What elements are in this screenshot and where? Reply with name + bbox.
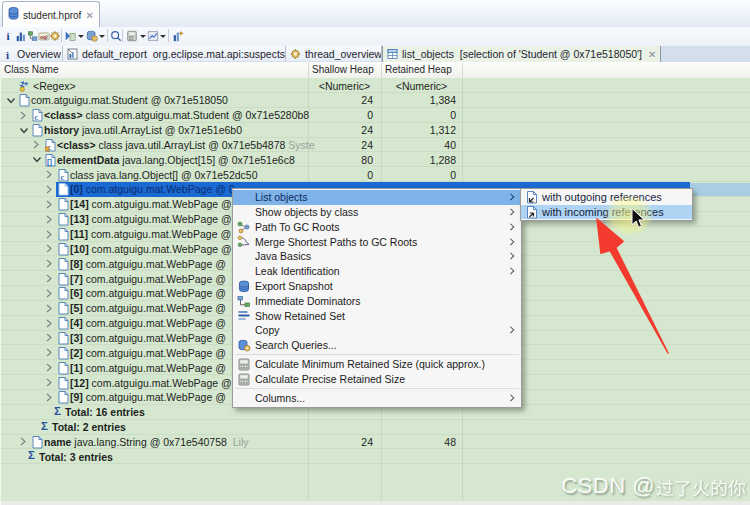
column-divider[interactable] xyxy=(462,63,463,77)
tree-row-label[interactable]: [6] com.atguigu.mat.WebPage @ xyxy=(70,287,226,299)
menu-item-java-basics[interactable]: Java Basics xyxy=(233,249,521,264)
chevron-collapsed-icon[interactable] xyxy=(19,437,27,446)
column-header-shallow-heap[interactable]: Shallow Heap xyxy=(312,64,374,75)
chevron-collapsed-icon[interactable] xyxy=(45,348,53,357)
result-tab-list_objects[interactable]: list_objects [selection of 'Student @ 0x… xyxy=(382,46,661,62)
tree-row-label[interactable]: <class> class java.util.ArrayList @ 0x71… xyxy=(57,139,315,151)
chevron-collapsed-icon[interactable] xyxy=(32,140,40,149)
result-tab-overview[interactable]: iOverview xyxy=(0,46,63,61)
chevron-expanded-icon[interactable] xyxy=(6,96,16,105)
menu-item-export-snapshot[interactable]: Export Snapshot xyxy=(233,279,521,294)
chevron-collapsed-icon[interactable] xyxy=(45,333,53,342)
result-tab-default_report[interactable]: default_report org.eclipse.mat.api:suspe… xyxy=(63,46,286,61)
tree-row[interactable]: []elementData java.lang.Object[15] @ 0x7… xyxy=(0,152,750,167)
acquire-heap-dump-icon[interactable] xyxy=(86,30,98,42)
dropdown-arrow-icon[interactable] xyxy=(140,35,146,38)
tree-row[interactable]: com.atguigu.mat.Student @ 0x71e518050241… xyxy=(0,93,750,108)
menu-item-merge-shortest-paths-to-gc-roots[interactable]: Merge Shortest Paths to GC Roots xyxy=(233,234,521,249)
menu-item-immediate-dominators[interactable]: Immediate Dominators xyxy=(233,294,521,309)
tree-row-label[interactable]: [12] com.atguigu.mat.WebPage @ xyxy=(70,377,232,389)
chevron-collapsed-icon[interactable] xyxy=(45,319,53,328)
tree-row[interactable]: name java.lang.String @ 0x71e540758 Lily… xyxy=(0,434,750,449)
chevron-collapsed-icon[interactable] xyxy=(45,378,53,387)
column-header-class-name[interactable]: Class Name xyxy=(4,64,58,75)
tree-row-label[interactable]: [9] com.atguigu.mat.WebPage @ xyxy=(70,391,226,403)
editor-tab-student-hprof[interactable]: student.hprof ✕ xyxy=(2,1,100,28)
dropdown-arrow-icon[interactable] xyxy=(160,35,166,38)
tree-row-label[interactable]: [10] com.atguigu.mat.WebPage @ xyxy=(70,243,232,255)
create-report-icon[interactable] xyxy=(147,30,159,42)
tree-row[interactable]: history java.util.ArrayList @ 0x71e51e6b… xyxy=(0,123,750,138)
chevron-collapsed-icon[interactable] xyxy=(19,111,27,120)
chevron-collapsed-icon[interactable] xyxy=(45,304,53,313)
chevron-collapsed-icon[interactable] xyxy=(45,393,53,402)
histogram-icon[interactable] xyxy=(15,30,27,42)
tree-row[interactable]: c<class> class com.atguigu.mat.Student @… xyxy=(0,108,750,123)
calculate-retained-size-icon[interactable] xyxy=(126,30,138,42)
menu-item-calculate-precise-retained-size[interactable]: Calculate Precise Retained Size xyxy=(233,372,521,387)
table-header[interactable]: Class Name Shallow Heap Retained Heap xyxy=(0,62,750,79)
tree-row-label[interactable]: com.atguigu.mat.Student @ 0x71e518050 xyxy=(31,94,228,106)
total-row[interactable]: ΣTotal: 2 entries xyxy=(0,420,750,435)
search-icon[interactable] xyxy=(110,30,122,42)
chevron-collapsed-icon[interactable] xyxy=(45,200,53,209)
field-name-bold: [13] xyxy=(70,213,89,225)
compare-snapshots-icon[interactable] xyxy=(172,30,184,42)
menu-item-columns[interactable]: Columns... xyxy=(233,391,521,406)
tree-row-label[interactable]: [13] com.atguigu.mat.WebPage @ xyxy=(70,213,232,225)
filter-row[interactable]: *<Regex><Numeric><Numeric> xyxy=(0,78,750,93)
chevron-expanded-icon[interactable] xyxy=(19,126,29,135)
chevron-collapsed-icon[interactable] xyxy=(45,215,53,224)
chevron-collapsed-icon[interactable] xyxy=(45,289,53,298)
chevron-collapsed-icon[interactable] xyxy=(45,363,53,372)
column-divider[interactable] xyxy=(381,63,382,77)
tree-row-label[interactable]: [4] com.atguigu.mat.WebPage @ xyxy=(70,317,226,329)
total-row[interactable]: ΣTotal: 3 entries xyxy=(0,449,750,464)
tree-row-label[interactable]: [14] com.atguigu.mat.WebPage @ xyxy=(70,198,232,210)
tree-row-label[interactable]: [8] com.atguigu.mat.WebPage @ xyxy=(70,258,226,270)
menu-item-leak-identification[interactable]: Leak Identification xyxy=(233,264,521,279)
menu-item-list-objects[interactable]: List objects xyxy=(233,190,521,205)
menu-item-calculate-minimum-retained-size-quick-approx[interactable]: Calculate Minimum Retained Size (quick a… xyxy=(233,357,521,372)
chevron-collapsed-icon[interactable] xyxy=(45,274,53,283)
dropdown-arrow-icon[interactable] xyxy=(78,35,84,38)
submenu-item-with-outgoing-references[interactable]: with outgoing references xyxy=(521,190,692,205)
chevron-expanded-icon[interactable] xyxy=(32,155,42,164)
thread-overview-icon[interactable] xyxy=(49,30,61,42)
result-tab-thread_overview[interactable]: thread_overview xyxy=(286,46,382,61)
tree-row-label[interactable]: class java.lang.Object[] @ 0x71e52dc50 xyxy=(70,169,258,181)
tree-row-label[interactable]: [3] com.atguigu.mat.WebPage @ xyxy=(70,332,226,344)
chevron-collapsed-icon[interactable] xyxy=(45,170,53,179)
tree-row-label[interactable]: <class> class com.atguigu.mat.Student @ … xyxy=(44,109,309,121)
chevron-collapsed-icon[interactable] xyxy=(45,259,53,268)
filter-retained-heap[interactable]: <Numeric> xyxy=(381,80,462,92)
menu-item-show-retained-set[interactable]: Show Retained Set xyxy=(233,308,521,323)
chevron-collapsed-icon[interactable] xyxy=(45,244,53,253)
chevron-collapsed-icon[interactable] xyxy=(45,230,53,239)
tree-row-label[interactable]: history java.util.ArrayList @ 0x71e51e6b… xyxy=(44,124,242,136)
filter-shallow-heap[interactable]: <Numeric> xyxy=(308,80,381,92)
open-query-browser-icon[interactable] xyxy=(64,30,76,42)
tree-row[interactable]: cclass java.lang.Object[] @ 0x71e52dc500… xyxy=(0,167,750,182)
dropdown-arrow-icon[interactable] xyxy=(99,35,105,38)
tree-row-label[interactable]: elementData java.lang.Object[15] @ 0x71e… xyxy=(57,154,295,166)
tree-row-label[interactable]: [1] com.atguigu.mat.WebPage @ xyxy=(70,362,226,374)
tree-row-label[interactable]: [11] com.atguigu.mat.WebPage @ xyxy=(70,228,231,240)
tree-row-label[interactable]: [0] com.atguigu.mat.WebPage @ 0 xyxy=(70,183,235,195)
menu-item-copy[interactable]: Copy xyxy=(233,323,521,338)
result-tab-close-icon[interactable]: ✕ xyxy=(648,49,655,60)
tree-row[interactable]: c<class> class java.util.ArrayList @ 0x7… xyxy=(0,137,750,152)
column-header-retained-heap[interactable]: Retained Heap xyxy=(385,64,452,75)
tree-row-label[interactable]: name java.lang.String @ 0x71e540758 Lily xyxy=(44,436,248,448)
chevron-collapsed-icon[interactable] xyxy=(45,185,53,194)
filter-class-name[interactable]: <Regex> xyxy=(33,80,76,92)
menu-item-path-to-gc-roots[interactable]: Path To GC Roots xyxy=(233,220,521,235)
menu-item-show-objects-by-class[interactable]: Show objects by class xyxy=(233,205,521,220)
tree-row-label[interactable]: [2] com.atguigu.mat.WebPage @ xyxy=(70,347,226,359)
tree-row-label[interactable]: [7] com.atguigu.mat.WebPage @ xyxy=(70,273,226,285)
menu-item-search-queries[interactable]: Search Queries... xyxy=(233,338,521,353)
column-divider[interactable] xyxy=(308,63,309,77)
tree-row-label[interactable]: [5] com.atguigu.mat.WebPage @ xyxy=(70,302,226,314)
overview-info-icon[interactable]: i xyxy=(3,30,15,42)
editor-tab-close-icon[interactable]: ✕ xyxy=(85,10,92,21)
